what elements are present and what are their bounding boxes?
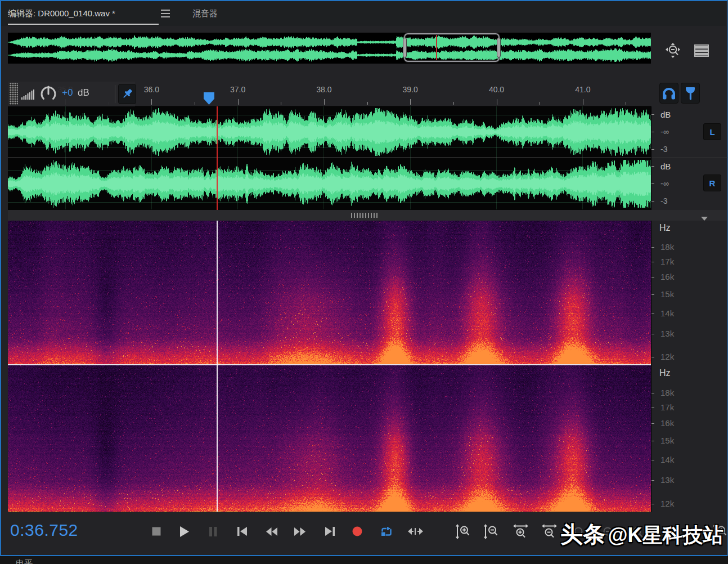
right-channel-badge[interactable]: R	[703, 174, 721, 191]
ruler-major-tick	[238, 99, 239, 105]
hz-tick-mark	[651, 441, 654, 441]
skip-selection-button[interactable]	[404, 520, 426, 543]
paddle-tool-button[interactable]	[681, 83, 700, 104]
hz-tick-mark	[651, 408, 654, 408]
pause-button[interactable]	[202, 520, 224, 543]
ruler-minor-tick	[453, 102, 454, 105]
ruler-major-tick	[410, 99, 411, 105]
hz-tick-mark	[651, 357, 654, 357]
view-range-box[interactable]	[404, 33, 500, 62]
zoom-out-time-button[interactable]	[538, 520, 560, 543]
overview-strip[interactable]	[8, 33, 651, 64]
spectrogram-canvas	[8, 221, 651, 512]
waveform-playhead	[217, 106, 218, 210]
ruler-major-tick	[151, 99, 152, 105]
ruler-label: 41.0	[569, 85, 596, 94]
skip-to-end-button[interactable]	[318, 520, 341, 543]
fast-forward-button[interactable]	[289, 520, 311, 543]
zoom-in-time-button[interactable]	[509, 520, 532, 543]
spectrogram-playhead	[217, 221, 218, 512]
view-range-right-handle[interactable]	[497, 38, 501, 57]
ruler-label: 40.0	[483, 85, 510, 94]
view-range-left-handle[interactable]	[403, 38, 407, 57]
pin-hud-button[interactable]	[118, 84, 136, 104]
ruler-label: 39.0	[397, 85, 424, 94]
splitter-grip[interactable]	[351, 213, 378, 218]
zoom-navigate-icon[interactable]	[663, 41, 684, 61]
ruler-label: 36.0	[138, 85, 165, 94]
panel-layout-icon[interactable]	[691, 41, 712, 61]
db-unit-right: dB	[660, 162, 671, 171]
overview-waveform	[8, 33, 651, 64]
hz-tick-label: 16k	[660, 272, 674, 281]
headphones-icon	[662, 87, 676, 100]
hz-tick-mark	[651, 314, 654, 314]
loop-icon	[381, 526, 392, 536]
db-tick: -3	[660, 196, 667, 205]
zoom-in-amplitude-button[interactable]	[452, 520, 474, 543]
skip-to-start-button[interactable]	[231, 520, 253, 543]
hz-tick-label: 13k	[660, 475, 674, 485]
time-display[interactable]: 0:36.752	[10, 521, 78, 540]
ruler-minor-tick	[367, 102, 368, 105]
audition-window: 编辑器: DR0000_0140.wav * 混音器	[0, 0, 728, 564]
hz-tick-mark	[651, 460, 654, 460]
ruler-label: 37.0	[224, 85, 251, 94]
panel-menu-icon[interactable]	[161, 10, 171, 20]
ruler-major-tick	[324, 99, 325, 105]
db-tick: -∞	[660, 127, 669, 136]
hz-tick-mark	[651, 247, 654, 248]
tab-mixer[interactable]: 混音器	[192, 1, 218, 26]
amplitude-scale: dB -∞ -3 L dB -∞ -3 R	[651, 106, 727, 210]
hz-tick-mark	[651, 294, 654, 295]
hz-tick-label: 16k	[660, 418, 674, 428]
hz-tick-label: 17k	[660, 402, 674, 412]
hz-tick-label: 14k	[660, 455, 674, 464]
hz-tick-label: 14k	[660, 308, 674, 318]
hz-tick-mark	[651, 393, 654, 393]
play-button[interactable]	[173, 520, 196, 543]
watermark-brand: 头条	[560, 522, 605, 547]
db-tick: -3	[660, 145, 667, 154]
hz-tick-mark	[651, 277, 654, 277]
tab-levels[interactable]: 电平	[16, 558, 33, 564]
headphones-button[interactable]	[659, 83, 678, 104]
gain-knob[interactable]	[37, 83, 60, 108]
hz-tick-label: 18k	[660, 388, 674, 397]
waveform-left-channel	[8, 106, 651, 158]
bottom-panel-strip: 电平	[0, 557, 728, 564]
ruler-minor-tick	[540, 102, 540, 105]
spectral-channel-separator	[8, 364, 651, 365]
db-tick: -∞	[660, 179, 669, 188]
ruler-minor-tick	[195, 102, 195, 105]
hz-tick-mark	[651, 480, 654, 481]
waveform-display[interactable]	[8, 106, 651, 210]
hud-grip-handle[interactable]	[9, 83, 18, 105]
hud-toolbar: +0 dB	[8, 82, 135, 106]
ruler-major-tick	[583, 99, 583, 105]
left-channel-badge[interactable]: L	[703, 123, 721, 140]
channel-separator	[8, 158, 651, 158]
record-button[interactable]	[346, 520, 369, 543]
hz-tick-mark	[651, 504, 654, 504]
hz-tick-label: 12k	[660, 499, 674, 508]
hz-tick-label: 18k	[660, 242, 674, 252]
watermark: 头条 @K星科技站	[560, 519, 723, 550]
hz-tick-label: 12k	[660, 352, 674, 361]
view-splitter[interactable]	[8, 210, 727, 221]
zoom-out-amplitude-button[interactable]	[480, 520, 502, 543]
gain-value[interactable]: +0	[62, 87, 73, 99]
hz-unit-bottom: Hz	[659, 368, 671, 378]
hz-tick-label: 15k	[660, 436, 674, 445]
ruler-major-tick	[497, 99, 497, 105]
loop-playback-button[interactable]	[375, 520, 398, 543]
db-unit-left: dB	[660, 110, 671, 119]
rewind-button[interactable]	[260, 520, 283, 543]
waveform-right-channel	[8, 158, 651, 209]
hz-tick-mark	[651, 423, 654, 424]
active-tab-underline	[8, 24, 159, 25]
tab-editor[interactable]: 编辑器: DR0000_0140.wav *	[8, 1, 115, 26]
stop-button[interactable]	[145, 520, 168, 543]
spectrogram-display[interactable]	[8, 221, 651, 512]
hz-tick-mark	[651, 334, 654, 334]
